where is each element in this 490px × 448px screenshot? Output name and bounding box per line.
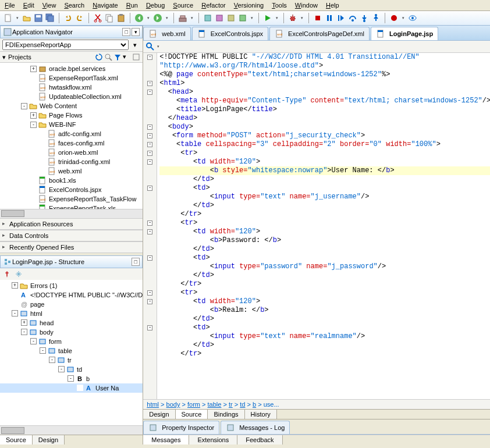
breadcrumb-item[interactable]: tr [229,401,233,408]
gutter-row[interactable] [143,262,157,271]
gutter-row[interactable]: - [143,254,157,262]
view-tab-design[interactable]: Design [143,410,175,419]
fold-icon[interactable]: - [147,299,152,304]
dropdown-icon[interactable]: ▾ [190,13,194,23]
menu-search[interactable]: Search [64,2,84,9]
menu-navigate[interactable]: Navigate [93,2,118,9]
expand-icon[interactable]: - [21,103,27,109]
expand-icon[interactable]: - [30,122,37,128]
code-line[interactable]: <title>LoginPage</title> [159,105,490,114]
code-line[interactable]: <input type="text" name="j_username"/> [159,193,490,201]
tree-item[interactable]: xmlExpenseReportTask.xml [0,73,143,83]
refresh-icon[interactable] [95,53,103,61]
gutter-row[interactable]: - [143,184,157,193]
fold-icon[interactable]: - [147,55,152,60]
panel-tab[interactable]: Messages - Log [221,421,290,434]
editor-tab-ExcelControlsPageDef.xml[interactable]: xmlExcelControlsPageDef.xml [269,27,370,40]
code-line[interactable]: <td> [159,254,490,262]
tab-design[interactable]: Design [33,435,65,445]
gutter-row[interactable] [143,175,157,184]
watch-icon[interactable] [408,13,417,23]
gutter-row[interactable] [143,210,157,219]
code-line[interactable]: </td> [159,245,490,254]
gutter-row[interactable]: - [143,227,157,236]
rebuild-icon[interactable] [215,13,224,23]
breadcrumb-item[interactable]: html [147,401,159,408]
code-line[interactable]: <head> [159,88,490,97]
view-tab-bindings[interactable]: Bindings [208,410,244,419]
code-line[interactable]: <table cellspacing="3" cellpadding="2" b… [159,140,490,149]
menu-versioning[interactable]: Versioning [234,2,264,9]
gutter-row[interactable]: - [143,149,157,158]
breadcrumb-item[interactable]: table [208,401,222,408]
code-line[interactable]: </td> [159,341,490,350]
gutter-row[interactable]: - [143,297,157,306]
view-tab-history[interactable]: History [245,410,277,419]
code-line[interactable]: <%@ page contentType="text/html;charset=… [159,70,490,79]
code-line[interactable]: <body> [159,123,490,131]
gutter-row[interactable] [143,315,157,323]
dropdown-button[interactable]: ▾ [132,28,140,36]
find-icon[interactable] [145,42,155,51]
code-line[interactable]: <tr> [159,289,490,297]
tree-item[interactable]: xmlweb.xml [0,166,143,176]
gutter-row[interactable] [143,306,157,315]
code-line[interactable]: <b>Realm: </b> [159,306,490,315]
app-menu-button[interactable]: ▾ [130,40,140,50]
sub-tab-extensions[interactable]: Extensions [189,435,237,445]
tree-item[interactable]: -body [0,328,143,337]
menu-edit[interactable]: Edit [23,2,34,9]
accordion-data-controls[interactable]: Data Controls [0,230,143,241]
menu-refactor[interactable]: Refactor [201,2,226,9]
menu-view[interactable]: View [42,2,56,9]
expand-icon[interactable]: - [58,366,65,372]
tree-item[interactable]: book1.xls [0,176,143,185]
more-icon[interactable]: ▾ [123,53,131,61]
terminate-icon[interactable] [313,13,322,23]
filter-icon[interactable] [113,53,122,61]
dropdown-icon[interactable]: ▾ [156,42,161,51]
h-scrollbar[interactable] [0,209,143,218]
structure-tree[interactable]: +Errors (1)A<!DOCTYPE HTML PUBLIC "-//W3… [0,280,143,426]
fold-icon[interactable]: - [147,290,152,296]
resume-icon[interactable] [336,13,346,23]
code-line[interactable]: <b style="whitespace:nowrap">User Name: … [159,166,490,175]
code-line[interactable]: <td width="120"> [159,297,490,306]
code-line[interactable]: <b>Password: </b> [159,236,490,245]
code-line[interactable]: <meta http-equiv="Content-Type" content=… [159,97,490,105]
project-tree[interactable]: +oracle.bpel.servicesxmlExpenseReportTas… [0,63,143,209]
tree-item[interactable]: @page [0,300,143,309]
fold-icon[interactable]: - [147,142,152,147]
tree-item[interactable]: xmltrinidad-config.xml [0,157,143,166]
sub-tab-feedback[interactable]: Feedback [237,435,282,445]
fold-icon[interactable]: - [147,133,152,138]
breadcrumb-item[interactable]: body [166,401,180,408]
breadcrumb-item[interactable]: b [253,401,256,408]
accordion-application-resources[interactable]: Application Resources [0,218,143,230]
code-line[interactable]: <td width="120"> [159,227,490,236]
fold-icon[interactable]: - [147,186,152,191]
gutter-row[interactable] [143,105,157,114]
gutter-row[interactable] [143,280,157,289]
step-into-icon[interactable] [360,13,369,23]
make-icon[interactable] [203,13,212,23]
expand-icon[interactable]: + [30,112,37,119]
code-line[interactable]: "http://www.w3.org/TR/html4/loose.dtd"> [159,62,490,70]
sub-tab-messages[interactable]: Messages [143,435,189,445]
code-line[interactable]: <td> [159,184,490,193]
tree-item[interactable]: +oracle.bpel.services [0,64,143,73]
gutter-row[interactable] [143,271,157,280]
menu-debug[interactable]: Debug [146,2,165,9]
gutter-row[interactable] [143,236,157,245]
tree-item[interactable]: -WEB-INF [0,120,143,129]
gutter-row[interactable] [143,245,157,254]
fold-icon[interactable]: - [147,81,152,86]
gutter-row[interactable]: - [143,79,157,88]
dropdown-icon[interactable]: ▾ [300,13,304,23]
menu-help[interactable]: Help [326,2,339,9]
step-over-icon[interactable] [348,13,357,23]
gutter-row[interactable]: - [143,140,157,149]
minimize-button[interactable]: □ [122,28,130,36]
tree-item[interactable]: +head [0,318,143,328]
gutter-row[interactable]: - [143,88,157,97]
